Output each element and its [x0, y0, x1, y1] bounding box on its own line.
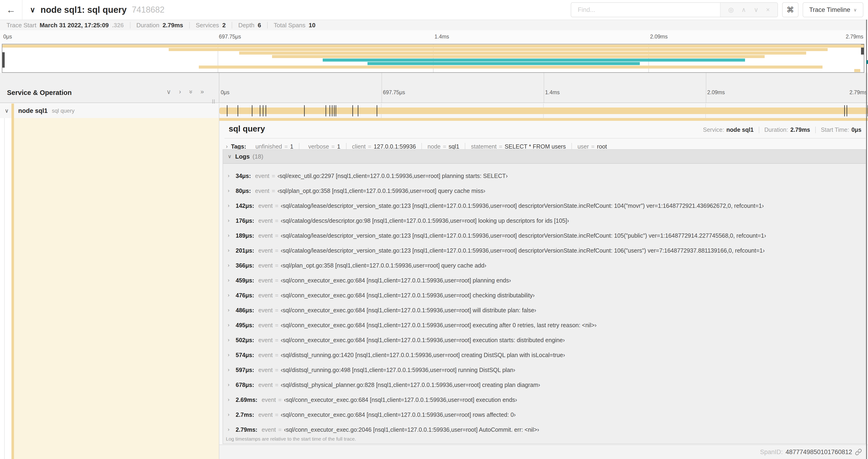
tag-key: _unfinished: [252, 143, 282, 150]
collapse-one-icon[interactable]: ∨: [166, 88, 171, 96]
expand-all-icon[interactable]: »: [200, 88, 204, 96]
equals-sign: =: [272, 173, 275, 179]
find-clear-icon[interactable]: ×: [766, 6, 770, 13]
meta-value-suffix: .326: [112, 22, 124, 29]
minimap-span-bar: [2, 44, 864, 47]
equals-sign: =: [275, 322, 278, 329]
log-field-key: event: [258, 277, 273, 284]
log-entry-row[interactable]: ›80μs:event=‹sql/plan_opt.go:358 [nsql1,…: [223, 183, 866, 198]
meta-label: Services: [196, 22, 219, 29]
collapse-controls: ∨›»»: [166, 88, 204, 96]
log-entry-row[interactable]: ›176μs:event=‹sql/catalog/descs/descript…: [223, 213, 866, 228]
minimap-span-bar: [169, 48, 828, 51]
equals-sign: =: [499, 143, 502, 150]
log-marker-tick: [336, 105, 336, 117]
tag-item: statement=SELECT * FROM users: [471, 143, 566, 150]
meta-label: Total Spans: [274, 22, 305, 29]
trace-title-group: ∨ node sql1: sql query 7418682: [30, 0, 164, 20]
log-field-key: event: [258, 337, 273, 343]
trace-view-selector[interactable]: Trace Timeline ∨: [803, 2, 863, 17]
log-entry-row[interactable]: ›486μs:event=‹sql/conn_executor_exec.go:…: [223, 303, 866, 318]
timeline-minimap: 0μs697.75μs1.4ms2.09ms2.79ms: [0, 30, 868, 73]
log-entry-row[interactable]: ›34μs:event=‹sql/exec_util.go:2297 [nsql…: [223, 168, 866, 183]
find-next-icon[interactable]: ∨: [754, 6, 758, 13]
log-entry-row[interactable]: ›366μs:event=‹sql/plan_opt.go:358 [nsql1…: [223, 258, 866, 273]
log-marker-tick: [260, 105, 260, 117]
log-entry-row[interactable]: ›476μs:event=‹sql/conn_executor_exec.go:…: [223, 288, 866, 303]
span-duration-bar[interactable]: [219, 107, 868, 114]
equals-sign: =: [278, 396, 282, 403]
back-button[interactable]: ←: [0, 0, 22, 20]
collapse-all-icon[interactable]: »: [187, 90, 194, 94]
span-service-name: node sql1: [18, 107, 48, 114]
log-field-key: event: [258, 247, 273, 254]
log-entry-row[interactable]: ›574μs:event=‹sql/distsql_running.go:142…: [223, 348, 866, 362]
tag-key: _verbose: [305, 143, 329, 150]
equals-sign: =: [275, 382, 278, 388]
log-field-key: event: [258, 352, 273, 358]
tag-item: node=sql1: [428, 143, 459, 150]
log-marker-tick: [266, 105, 266, 117]
meta-label: Trace Start: [6, 22, 36, 29]
log-entry-row[interactable]: ›502μs:event=‹sql/conn_executor_exec.go:…: [223, 333, 866, 348]
log-entry-row[interactable]: ›189μs:event=‹sql/catalog/lease/descript…: [223, 228, 866, 243]
chevron-right-icon: ›: [228, 337, 236, 343]
minimap-left-scrubber[interactable]: [2, 52, 5, 68]
span-row-timeline[interactable]: [219, 104, 868, 118]
chevron-right-icon: ›: [228, 218, 236, 224]
log-timestamp: 495μs:: [236, 322, 254, 329]
meta-divider: [759, 127, 759, 133]
log-timestamp: 459μs:: [236, 277, 254, 284]
log-marker-tick: [844, 105, 845, 117]
log-timestamp: 2.79ms:: [236, 426, 257, 433]
find-prev-icon[interactable]: ∧: [742, 6, 746, 13]
chevron-right-icon: ›: [228, 188, 236, 194]
log-field-value: ‹sql/conn_executor_exec.go:684 [nsql1,cl…: [281, 412, 516, 418]
span-expander-icon[interactable]: ∨: [5, 107, 9, 114]
chevron-right-icon: ›: [228, 277, 236, 283]
tag-value: 1: [337, 143, 340, 150]
view-selector-label: Trace Timeline: [809, 6, 850, 13]
span-meta-pair: Start Time:0μs: [821, 126, 862, 133]
log-timestamp: 678μs:: [236, 382, 254, 388]
log-field-value: ‹sql/conn_executor_exec.go:684 [nsql1,cl…: [284, 396, 517, 403]
equals-sign: =: [275, 217, 278, 224]
log-entry-row[interactable]: ›2.69ms:event=‹sql/conn_executor_exec.go…: [223, 392, 866, 407]
back-arrow-icon: ←: [6, 5, 16, 15]
equals-sign: =: [275, 367, 278, 373]
minimap-span-bar: [239, 52, 806, 55]
title-collapse-icon[interactable]: ∨: [30, 5, 35, 14]
log-entry-row[interactable]: ›2.79ms:event=‹sql/conn_executor_exec.go…: [223, 422, 866, 437]
log-entry-row[interactable]: ›678μs:event=‹sql/distsql_physical_plann…: [223, 378, 866, 392]
ruler-gridline: [544, 73, 544, 103]
log-field-key: event: [258, 382, 273, 388]
minimap-canvas[interactable]: [2, 44, 864, 73]
log-timestamp: 476μs:: [236, 292, 254, 299]
service-operation-label: Service & Operation: [7, 89, 72, 97]
window-edge-scrollbar[interactable]: [866, 20, 867, 459]
link-icon[interactable]: [855, 449, 862, 456]
log-marker-tick: [227, 105, 227, 117]
log-entry-row[interactable]: ›142μs:event=‹sql/catalog/lease/descript…: [223, 198, 866, 213]
log-entry-row[interactable]: ›459μs:event=‹sql/conn_executor_exec.go:…: [223, 273, 866, 288]
find-input[interactable]: [571, 3, 720, 17]
expand-one-icon[interactable]: ›: [179, 88, 181, 96]
equals-sign: =: [275, 202, 278, 209]
log-field-value: ‹sql/conn_executor_exec.go:2046 [nsql1,c…: [284, 426, 539, 433]
ruler-tick-label: 1.4ms: [433, 34, 449, 40]
ruler-tick-label: 0μs: [2, 34, 12, 40]
tag-divider: [422, 143, 422, 150]
log-entry-row[interactable]: ›2.7ms:event=‹sql/conn_executor_exec.go:…: [223, 407, 866, 422]
equals-sign: =: [272, 188, 275, 194]
log-marker-tick: [352, 105, 353, 117]
log-entry-row[interactable]: ›201μs:event=‹sql/catalog/lease/descript…: [223, 243, 866, 258]
log-entry-row[interactable]: ›495μs:event=‹sql/conn_executor_exec.go:…: [223, 318, 866, 333]
span-id-footer: SpanID: 4877749850101760812: [219, 445, 868, 459]
chevron-right-icon: ›: [228, 203, 236, 209]
logs-header[interactable]: ∨ Logs (18): [223, 150, 866, 164]
keyboard-shortcuts-button[interactable]: ⌘: [782, 2, 799, 17]
tag-divider: [571, 143, 572, 150]
find-target-icon[interactable]: ◎: [728, 6, 734, 13]
span-row[interactable]: ∨ node sql1 sql query: [0, 104, 868, 118]
log-entry-row[interactable]: ›597μs:event=‹sql/distsql_running.go:498…: [223, 362, 866, 378]
